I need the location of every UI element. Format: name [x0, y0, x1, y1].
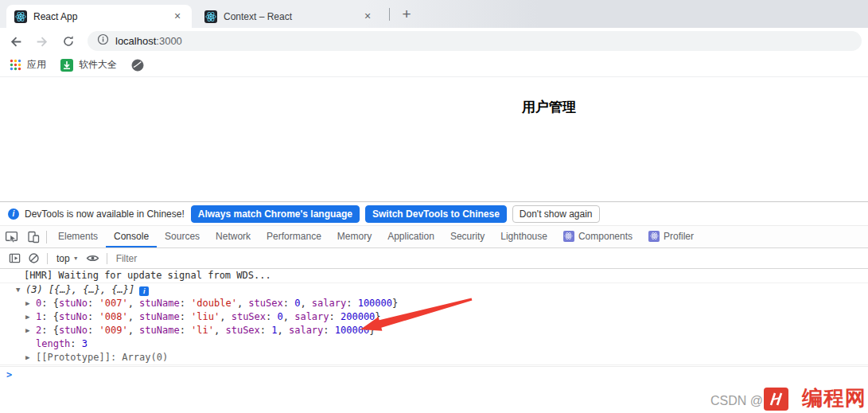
devtools-tab-profiler[interactable]: Profiler	[640, 226, 702, 247]
expand-arrow-icon[interactable]: ▼	[16, 283, 25, 297]
toolbar-separator	[107, 253, 107, 264]
console-object-row[interactable]: ▶0: {stuNo: '007', stuName: 'double', st…	[0, 297, 868, 310]
console-object-row[interactable]: ▶1: {stuNo: '008', stuName: 'liu', stuSe…	[0, 310, 868, 324]
devtools-tab-label: Security	[450, 231, 485, 242]
devtools-tab-label: Profiler	[664, 231, 694, 242]
apps-grid-icon	[10, 59, 21, 71]
inspect-element-icon[interactable]	[0, 226, 22, 247]
page-content: 用户管理	[0, 78, 868, 201]
devtools-tab-bar: ElementsConsoleSourcesNetworkPerformance…	[0, 226, 868, 248]
bookmark-label: 软件大全	[79, 58, 117, 72]
dont-show-again-button[interactable]: Don't show again	[512, 205, 600, 223]
expand-arrow-icon[interactable]: ▶	[25, 297, 36, 310]
devtools-tab-label: Network	[216, 231, 251, 242]
url-port: :3000	[156, 35, 182, 47]
devtools-tab-components[interactable]: Components	[555, 226, 640, 247]
react-icon	[563, 231, 574, 242]
watermark-prefix: CSDN @	[710, 394, 763, 408]
browser-toolbar: localhost:3000	[0, 28, 868, 53]
match-language-button[interactable]: Always match Chrome's language	[191, 205, 360, 223]
array-children: ▶0: {stuNo: '007', stuName: 'double', st…	[0, 297, 868, 365]
tab-strip: React App × Context – React × +	[0, 0, 868, 28]
devtools-tab-label: Lighthouse	[500, 231, 547, 242]
react-favicon-icon	[204, 10, 217, 23]
tab-close-icon[interactable]: ×	[361, 10, 374, 23]
toolbar-separator	[46, 231, 47, 244]
devtools-tab-elements[interactable]: Elements	[50, 226, 106, 247]
devtools-tab-security[interactable]: Security	[442, 226, 492, 247]
chevron-down-icon: ▼	[73, 255, 79, 261]
devtools-tab-console[interactable]: Console	[106, 226, 157, 247]
expand-arrow-icon[interactable]: ▶	[25, 324, 36, 337]
console-array-log[interactable]: ▼(3) [{…}, {…}, {…}]i	[0, 283, 868, 297]
value-info-icon[interactable]: i	[139, 286, 149, 296]
device-toolbar-icon[interactable]	[22, 226, 45, 247]
console-prototype-row[interactable]: ▶[[Prototype]]: Array(0)	[0, 351, 868, 365]
devtools-tab-label: Memory	[337, 231, 372, 242]
devtools-panel: i DevTools is now available in Chinese! …	[0, 201, 868, 413]
back-button[interactable]	[6, 32, 25, 51]
console-object-row[interactable]: ▶2: {stuNo: '009', stuName: 'li', stuSex…	[0, 324, 868, 337]
console-length-row: length: 3	[0, 337, 868, 351]
devtools-tab-memory[interactable]: Memory	[329, 226, 380, 247]
watermark-site: 编程网	[802, 384, 866, 412]
react-icon	[648, 231, 660, 242]
prompt-chevron-icon: >	[6, 369, 12, 380]
expand-arrow-icon[interactable]: ▶	[25, 310, 36, 324]
browser-tab-react-app[interactable]: React App ×	[6, 5, 192, 28]
devtools-tab-sources[interactable]: Sources	[157, 226, 208, 247]
context-selector-value: top	[56, 253, 70, 264]
tab-title: React App	[33, 11, 171, 22]
devtools-tab-network[interactable]: Network	[208, 226, 259, 247]
address-bar[interactable]: localhost:3000	[88, 31, 862, 51]
page-title: 用户管理	[477, 98, 621, 116]
download-icon	[60, 59, 73, 72]
react-favicon-icon	[14, 10, 27, 23]
console-prompt[interactable]: >	[0, 366, 868, 380]
browser-tab-context-react[interactable]: Context – React ×	[197, 5, 382, 28]
devtools-tab-lighthouse[interactable]: Lighthouse	[492, 226, 555, 247]
devtools-tab-label: Application	[387, 231, 434, 242]
browser-window: React App × Context – React × + localhos	[0, 0, 868, 413]
new-tab-button[interactable]: +	[396, 5, 417, 25]
globe-icon	[131, 59, 144, 72]
devtools-tab-application[interactable]: Application	[380, 226, 442, 247]
watermark-logo-icon	[764, 388, 788, 411]
devtools-tab-label: Components	[578, 231, 633, 242]
info-icon: i	[8, 208, 19, 220]
tab-separator	[389, 8, 390, 21]
url-host: localhost	[115, 35, 156, 47]
console-filter-input[interactable]	[116, 253, 275, 264]
clear-console-icon[interactable]	[24, 252, 43, 264]
refresh-button[interactable]	[59, 32, 78, 51]
console-message-hmr: [HMR] Waiting for update signal from WDS…	[0, 269, 868, 283]
console-sidebar-icon[interactable]	[5, 252, 24, 264]
bookmark-apps[interactable]: 应用	[10, 58, 46, 72]
console-output: [HMR] Waiting for update signal from WDS…	[0, 269, 868, 380]
devtools-tab-performance[interactable]: Performance	[259, 226, 329, 247]
array-preview: (3) [{…}, {…}, {…}]	[25, 284, 134, 295]
bookmark-globe[interactable]	[131, 59, 150, 72]
devtools-language-infobar: i DevTools is now available in Chinese! …	[0, 202, 868, 226]
forward-button[interactable]	[32, 32, 51, 51]
expand-arrow-icon[interactable]: ▶	[25, 351, 36, 364]
infobar-message: DevTools is now available in Chinese!	[25, 208, 185, 220]
bookmarks-bar: 应用 软件大全	[0, 53, 868, 77]
bookmark-software[interactable]: 软件大全	[60, 58, 117, 72]
bookmark-label: 应用	[27, 58, 46, 72]
devtools-tab-label: Performance	[267, 231, 321, 242]
context-selector[interactable]: top ▼	[52, 253, 84, 264]
devtools-tab-label: Elements	[58, 231, 98, 242]
tab-title: Context – React	[224, 11, 361, 22]
devtools-tab-label: Sources	[165, 231, 200, 242]
devtools-tab-label: Console	[114, 231, 149, 242]
console-toolbar: top ▼	[0, 248, 868, 269]
site-info-icon[interactable]	[97, 33, 109, 49]
toolbar-separator	[47, 253, 48, 264]
eye-icon[interactable]	[84, 251, 103, 265]
switch-chinese-button[interactable]: Switch DevTools to Chinese	[365, 205, 507, 223]
devtools-tabs: ElementsConsoleSourcesNetworkPerformance…	[50, 226, 702, 247]
tab-close-icon[interactable]: ×	[171, 10, 184, 23]
